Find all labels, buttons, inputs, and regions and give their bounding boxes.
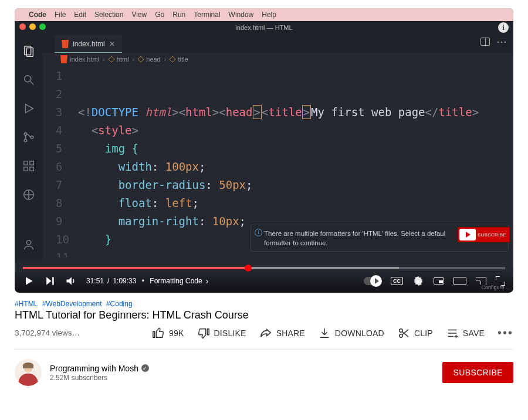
configure-hint: Configure... xyxy=(481,284,509,290)
miniplayer-button[interactable] xyxy=(434,277,444,284)
tab-label: index.html xyxy=(73,40,105,48)
play-button[interactable] xyxy=(23,275,35,287)
svg-point-7 xyxy=(31,136,33,139)
svg-marker-17 xyxy=(67,277,72,284)
svg-rect-9 xyxy=(30,161,33,165)
svg-marker-4 xyxy=(26,104,33,113)
channel-row: Programming with Mosh ✓ 2.52M subscriber… xyxy=(15,359,513,386)
menu-terminal[interactable]: Terminal xyxy=(194,11,220,19)
menu-help[interactable]: Help xyxy=(262,11,276,19)
menu-file[interactable]: File xyxy=(55,11,66,19)
window-titlebar: index.html — HTML i xyxy=(15,21,513,34)
close-window-icon[interactable] xyxy=(19,23,26,30)
svg-line-3 xyxy=(31,82,34,85)
mac-menubar: Code File Edit Selection View Go Run Ter… xyxy=(15,8,513,21)
zoom-window-icon[interactable] xyxy=(39,23,46,30)
next-button[interactable] xyxy=(44,275,56,287)
menu-selection[interactable]: Selection xyxy=(94,11,123,19)
menu-go[interactable]: Go xyxy=(155,11,164,19)
video-title: HTML Tutorial for Beginners: HTML Crash … xyxy=(15,309,513,321)
svg-rect-11 xyxy=(30,167,33,171)
divider xyxy=(15,349,513,350)
traffic-lights[interactable] xyxy=(19,23,46,30)
view-count: 3,702,974 views… xyxy=(15,328,80,337)
notification-line2: formatter to continue. xyxy=(264,239,328,246)
channel-avatar[interactable] xyxy=(15,359,42,386)
captions-button[interactable]: CC xyxy=(391,277,403,285)
save-button[interactable]: SAVE xyxy=(446,327,485,340)
menu-edit[interactable]: Edit xyxy=(74,11,86,19)
chapter-title[interactable]: Formatting Code xyxy=(150,277,202,285)
search-icon[interactable] xyxy=(22,73,35,88)
svg-rect-8 xyxy=(24,161,28,165)
element-icon xyxy=(108,56,114,62)
tab-index-html[interactable]: index.html ✕ xyxy=(55,35,122,53)
more-actions-icon[interactable]: ··· xyxy=(497,38,507,47)
source-control-icon[interactable] xyxy=(22,131,35,145)
like-button[interactable]: 99K xyxy=(152,327,184,340)
run-debug-icon[interactable] xyxy=(22,102,35,117)
subscribe-button[interactable]: SUBSCRIBE xyxy=(442,362,513,383)
info-icon[interactable]: i xyxy=(498,22,509,33)
minimize-window-icon[interactable] xyxy=(29,23,36,30)
overlay-subscribe-label: SUBSCRIBE xyxy=(476,232,508,238)
chevron-right-icon[interactable]: › xyxy=(206,276,209,286)
svg-rect-16 xyxy=(52,277,54,284)
menu-run[interactable]: Run xyxy=(172,11,185,19)
subscribe-overlay[interactable]: SUBSCRIBE xyxy=(458,227,510,242)
extensions-icon[interactable] xyxy=(22,160,35,174)
more-actions-button[interactable]: ••• xyxy=(497,326,513,340)
account-icon[interactable] xyxy=(22,238,35,253)
clip-button[interactable]: CLIP xyxy=(397,327,433,340)
explorer-icon[interactable] xyxy=(22,45,35,59)
player-controls: 31:51 / 1:09:33 • Formatting Code › CC xyxy=(15,269,513,293)
window-title: index.html — HTML xyxy=(235,24,292,31)
live-share-icon[interactable] xyxy=(22,188,35,203)
menu-view[interactable]: View xyxy=(131,11,147,19)
time-display: 31:51 / 1:09:33 • Formatting Code › xyxy=(86,276,208,286)
html5-icon xyxy=(60,55,67,63)
subscriber-count: 2.52M subscribers xyxy=(50,374,149,382)
dislike-button[interactable]: DISLIKE xyxy=(197,327,246,340)
info-icon: i xyxy=(255,229,262,236)
split-editor-icon[interactable] xyxy=(480,38,490,46)
breadcrumb[interactable]: index.html › html › head › title xyxy=(15,53,513,66)
hashtags[interactable]: #HTML #WebDevelopment #Coding xyxy=(15,300,513,308)
verified-badge-icon: ✓ xyxy=(141,364,149,372)
html5-icon xyxy=(62,40,69,48)
settings-button[interactable] xyxy=(412,275,424,287)
line-numbers: 1 2 3 4 5 6 7 8 9 10 11 xyxy=(56,67,69,258)
close-tab-icon[interactable]: ✕ xyxy=(109,40,115,48)
cast-button[interactable] xyxy=(476,277,486,285)
editor-tabbar: index.html ✕ ··· xyxy=(15,34,513,53)
volume-button[interactable] xyxy=(65,275,77,287)
menu-window[interactable]: Window xyxy=(229,11,254,19)
video-player[interactable]: Code File Edit Selection View Go Run Ter… xyxy=(15,8,513,293)
youtube-play-icon xyxy=(459,229,476,241)
svg-marker-14 xyxy=(26,277,33,284)
download-button[interactable]: DOWNLOAD xyxy=(318,327,384,340)
svg-point-2 xyxy=(25,76,31,82)
activity-bar xyxy=(15,34,43,260)
channel-name[interactable]: Programming with Mosh ✓ xyxy=(50,364,149,373)
theater-button[interactable] xyxy=(453,277,466,285)
share-button[interactable]: SHARE xyxy=(259,327,305,340)
svg-point-13 xyxy=(26,241,31,245)
svg-rect-10 xyxy=(24,167,28,171)
svg-marker-15 xyxy=(46,277,51,284)
svg-point-5 xyxy=(24,133,27,136)
menu-app[interactable]: Code xyxy=(29,11,46,19)
element-icon xyxy=(138,56,144,62)
element-icon xyxy=(170,56,176,62)
autoplay-toggle[interactable] xyxy=(364,277,381,285)
notification-line1: There are multiple formatters for 'HTML'… xyxy=(264,230,445,237)
svg-point-6 xyxy=(24,139,27,142)
